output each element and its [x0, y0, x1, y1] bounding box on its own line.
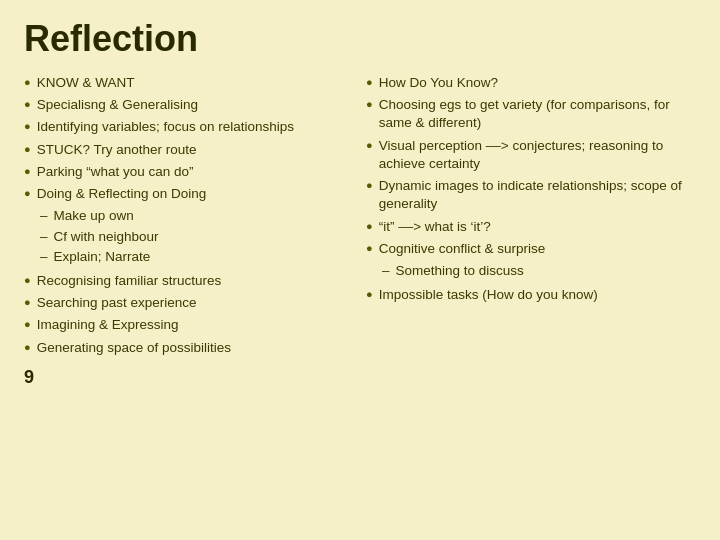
- dash-icon: –: [40, 228, 48, 246]
- bullet-icon: ●: [24, 97, 31, 112]
- list-item: ● Imagining & Expressing: [24, 316, 354, 334]
- left-sub-list: – Make up own – Cf with neighbour – Expl…: [40, 207, 354, 268]
- dash-icon: –: [40, 248, 48, 266]
- list-item: ● Identifying variables; focus on relati…: [24, 118, 354, 136]
- list-item: ● “it” ––> what is ‘it’?: [366, 218, 696, 236]
- left-column: ● KNOW & WANT ● Specialisng & Generalisi…: [24, 74, 354, 528]
- sub-list-item: – Cf with neighbour: [40, 228, 354, 246]
- page: Reflection ● KNOW & WANT ● Specialisng &…: [0, 0, 720, 540]
- left-main-list: ● KNOW & WANT ● Specialisng & Generalisi…: [24, 74, 354, 207]
- list-item: ● Cognitive conflict & surprise: [366, 240, 696, 258]
- page-title: Reflection: [24, 18, 696, 60]
- left-more-list: ● Recognising familiar structures ● Sear…: [24, 272, 354, 361]
- right-column: ● How Do You Know? ● Choosing egs to get…: [366, 74, 696, 528]
- right-more-list: ● Impossible tasks (How do you know): [366, 286, 696, 308]
- list-item: ● Impossible tasks (How do you know): [366, 286, 696, 304]
- bullet-icon: ●: [366, 75, 373, 90]
- bullet-icon: ●: [24, 75, 31, 90]
- list-item: ● Searching past experience: [24, 294, 354, 312]
- right-main-list: ● How Do You Know? ● Choosing egs to get…: [366, 74, 696, 262]
- sub-list-item: – Something to discuss: [382, 262, 696, 280]
- list-item: ● KNOW & WANT: [24, 74, 354, 92]
- bullet-icon: ●: [24, 295, 31, 310]
- bullet-icon: ●: [366, 138, 373, 153]
- sub-list-item: – Make up own: [40, 207, 354, 225]
- bullet-icon: ●: [24, 186, 31, 201]
- columns: ● KNOW & WANT ● Specialisng & Generalisi…: [24, 74, 696, 528]
- list-item: ● Specialisng & Generalising: [24, 96, 354, 114]
- bullet-icon: ●: [24, 164, 31, 179]
- bullet-icon: ●: [366, 97, 373, 112]
- right-sub-list: – Something to discuss: [382, 262, 696, 282]
- list-item: ● Doing & Reflecting on Doing: [24, 185, 354, 203]
- list-item: ● STUCK? Try another route: [24, 141, 354, 159]
- dash-icon: –: [382, 262, 390, 280]
- list-item: ● Recognising familiar structures: [24, 272, 354, 290]
- list-item: ● Parking “what you can do”: [24, 163, 354, 181]
- bullet-icon: ●: [366, 287, 373, 302]
- bullet-icon: ●: [24, 119, 31, 134]
- sub-list-item: – Explain; Narrate: [40, 248, 354, 266]
- list-item: ● Generating space of possibilities: [24, 339, 354, 357]
- list-item: ● Visual perception ––> conjectures; rea…: [366, 137, 696, 173]
- page-number: 9: [24, 367, 354, 388]
- bullet-icon: ●: [24, 273, 31, 288]
- list-item: ● How Do You Know?: [366, 74, 696, 92]
- list-item: ● Choosing egs to get variety (for compa…: [366, 96, 696, 132]
- bullet-icon: ●: [24, 317, 31, 332]
- bullet-icon: ●: [366, 241, 373, 256]
- bullet-icon: ●: [24, 142, 31, 157]
- list-item: ● Dynamic images to indicate relationshi…: [366, 177, 696, 213]
- bullet-icon: ●: [24, 340, 31, 355]
- dash-icon: –: [40, 207, 48, 225]
- bullet-icon: ●: [366, 219, 373, 234]
- bullet-icon: ●: [366, 178, 373, 193]
